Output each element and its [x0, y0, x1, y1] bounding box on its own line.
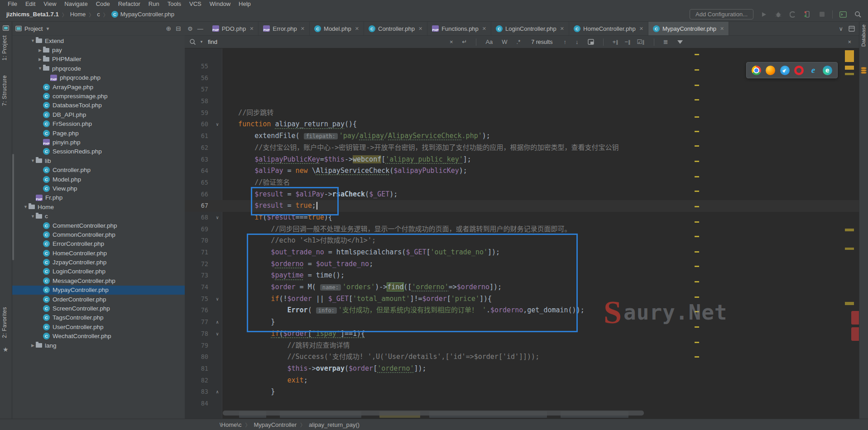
- ie-icon[interactable]: e: [808, 66, 818, 75]
- tab-mypaycontroller-php[interactable]: CMypayController.php✕: [648, 22, 729, 35]
- code-line[interactable]: 83∧ }: [185, 386, 859, 398]
- code-line[interactable]: 63 $alipayPublicKey=$this->webconf['alip…: [185, 154, 859, 166]
- find-window-icon[interactable]: [585, 39, 597, 45]
- tree-item-compressimage-php[interactable]: Ccompressimage.php: [12, 91, 185, 100]
- add-configuration-button[interactable]: Add Configuration...: [690, 9, 753, 19]
- debug-icon[interactable]: [774, 10, 782, 19]
- menu-item-file[interactable]: File: [4, 0, 21, 7]
- fold-close-icon[interactable]: ∧: [213, 386, 222, 398]
- tree-item-arraypage-php[interactable]: CArrayPage.php: [12, 82, 185, 91]
- tab-functions-php[interactable]: PHPFunctions.php✕: [427, 22, 491, 35]
- stop-icon[interactable]: [818, 10, 826, 19]
- collapse-all-icon[interactable]: ⊟: [176, 25, 181, 32]
- code-line[interactable]: 57: [185, 84, 859, 96]
- tab-pdo-php[interactable]: PHPPDO.php✕: [208, 22, 259, 35]
- attach-debugger-icon[interactable]: [803, 10, 811, 19]
- hidden-tabs-chevron-icon[interactable]: ∨: [839, 25, 843, 32]
- sidebar-item-project[interactable]: 1: Project: [1, 35, 8, 61]
- code-line[interactable]: 84: [185, 398, 859, 410]
- tree-item-extend[interactable]: ▼Extend: [12, 36, 185, 45]
- tree-item-lib[interactable]: ▼lib: [12, 156, 185, 165]
- project-tree-scrollbar[interactable]: [12, 154, 14, 260]
- filter-results-icon[interactable]: [675, 38, 686, 45]
- tree-item-home[interactable]: ▼Home: [12, 202, 185, 211]
- menu-item-help[interactable]: Help: [235, 0, 255, 7]
- tab-close-icon[interactable]: ✕: [355, 26, 359, 32]
- project-panel-title[interactable]: Project: [24, 25, 43, 32]
- bottom-breadcrumb-item[interactable]: \Home\c: [220, 421, 241, 428]
- code-line[interactable]: 62 //支付宝公钥，账户中心->密钥管理->开放平台密钥，找到添加了支付功能的…: [185, 142, 859, 154]
- code-line[interactable]: 64 $aliPay = new \AlipayServiceCheck($al…: [185, 165, 859, 177]
- tree-item-view-php[interactable]: CView.php: [12, 184, 185, 193]
- tree-item-homecontroller-php[interactable]: CHomeController.php: [12, 248, 185, 258]
- chrome-icon[interactable]: [752, 66, 761, 75]
- edge-icon[interactable]: e: [823, 66, 832, 75]
- tree-item-wechatcontroller-php[interactable]: CWechatController.php: [12, 332, 185, 341]
- code-line[interactable]: 60∨ function alipay_return_pay(){: [185, 119, 859, 130]
- tree-item-jzpaycontroller-php[interactable]: CJzpayController.php: [12, 258, 185, 267]
- tab-close-icon[interactable]: ✕: [639, 26, 643, 32]
- tree-item-ordercontroller-php[interactable]: COrderController.php: [12, 295, 185, 304]
- gear-icon[interactable]: ⚙: [187, 25, 193, 32]
- add-selection-icon[interactable]: +∥: [610, 38, 621, 45]
- filter-lines-icon[interactable]: ≣: [661, 38, 671, 45]
- tree-expanded-arrow[interactable]: ▼: [30, 38, 36, 43]
- tree-item-usercontroller-php[interactable]: CUserController.php: [12, 322, 185, 331]
- editor-layout-icon[interactable]: [849, 26, 855, 32]
- tree-item-screencontroller-php[interactable]: CScreenController.php: [12, 304, 185, 313]
- tab-controller-php[interactable]: CController.php✕: [364, 22, 427, 35]
- menu-item-run[interactable]: Run: [144, 0, 163, 7]
- breadcrumb-item[interactable]: jizhicms_Beta1.7.1: [6, 11, 59, 18]
- fold-open-icon[interactable]: ∨: [213, 119, 222, 130]
- code-line[interactable]: 78∨ if($order['ispay']==1){: [185, 328, 859, 340]
- code-line[interactable]: 73 $paytime = time();: [185, 270, 859, 282]
- fold-open-icon[interactable]: ∨: [213, 293, 222, 305]
- newline-icon[interactable]: ↵: [460, 38, 470, 45]
- tab-homecontroller-php[interactable]: CHomeController.php✕: [569, 22, 648, 35]
- tree-item-pay[interactable]: ▶pay: [12, 45, 185, 54]
- regex-toggle[interactable]: .*: [514, 38, 523, 45]
- chevron-down-icon[interactable]: ▼: [45, 26, 50, 31]
- code-line[interactable]: 79 //跳转对应查询详情: [185, 340, 859, 352]
- tree-item-page-php[interactable]: CPage.php: [12, 129, 185, 138]
- next-occurrence-button[interactable]: ↓: [573, 38, 581, 45]
- bottom-breadcrumb-item[interactable]: MypayController: [254, 421, 297, 428]
- breadcrumb-item[interactable]: Home: [70, 11, 86, 18]
- search-everywhere-icon[interactable]: [854, 10, 862, 19]
- code-line[interactable]: 81 $this->overpay($order['orderno']);: [185, 363, 859, 375]
- tree-item-sessionredis-php[interactable]: CSessionRedis.php: [12, 147, 185, 156]
- search-input[interactable]: find: [208, 38, 443, 45]
- hide-panel-icon[interactable]: —: [197, 25, 203, 32]
- code-line[interactable]: 65 //验证签名: [185, 177, 859, 189]
- database-icon[interactable]: [861, 67, 867, 74]
- code-line[interactable]: 67 $result = true;: [185, 200, 859, 212]
- safari-icon[interactable]: [780, 66, 790, 75]
- code-line[interactable]: 76 Error( info:'支付成功，但是系统内没有找到相应的订单！ '.$…: [185, 305, 859, 316]
- fold-close-icon[interactable]: ∧: [213, 316, 222, 328]
- breadcrumb-item[interactable]: MypayController.php: [120, 11, 174, 18]
- tree-item-controller-php[interactable]: CController.php: [12, 165, 185, 174]
- tree-collapsed-arrow[interactable]: ▶: [37, 48, 43, 53]
- tab-close-icon[interactable]: ✕: [720, 26, 724, 32]
- code-line[interactable]: 59 //同步跳转: [185, 107, 859, 119]
- tree-item-commentcontroller-php[interactable]: CCommentController.php: [12, 221, 185, 230]
- code-line[interactable]: 70 //echo '<h1>付款成功</h1>';: [185, 235, 859, 247]
- tree-item-messagecontroller-php[interactable]: CMessageController.php: [12, 276, 185, 285]
- tab-close-icon[interactable]: ✕: [418, 26, 422, 32]
- remove-selection-icon[interactable]: −∥: [622, 38, 633, 45]
- code-line[interactable]: 77∧ }: [185, 316, 859, 328]
- tree-item-tagscontroller-php[interactable]: CTagsController.php: [12, 313, 185, 322]
- code-line[interactable]: 72 $orderno = $out_trade_no;: [185, 258, 859, 270]
- tree-item-c[interactable]: ▼c: [12, 211, 185, 220]
- sidebar-item-favorites[interactable]: 2: Favorites: [1, 307, 8, 338]
- match-case-toggle[interactable]: Aa: [483, 38, 495, 45]
- tree-item-db_api-php[interactable]: CDB_API.php: [12, 110, 185, 119]
- tree-expanded-arrow[interactable]: ▼: [37, 66, 43, 71]
- tab-error-php[interactable]: PHPError.php✕: [259, 22, 310, 35]
- tree-collapsed-arrow[interactable]: ▶: [30, 343, 36, 348]
- firefox-icon[interactable]: [766, 66, 775, 75]
- tree-item-errorcontroller-php[interactable]: CErrorController.php: [12, 239, 185, 248]
- clear-search-icon[interactable]: ×: [447, 38, 456, 45]
- menu-item-navigate[interactable]: Navigate: [60, 0, 91, 7]
- horizontal-scrollbar[interactable]: [223, 411, 644, 416]
